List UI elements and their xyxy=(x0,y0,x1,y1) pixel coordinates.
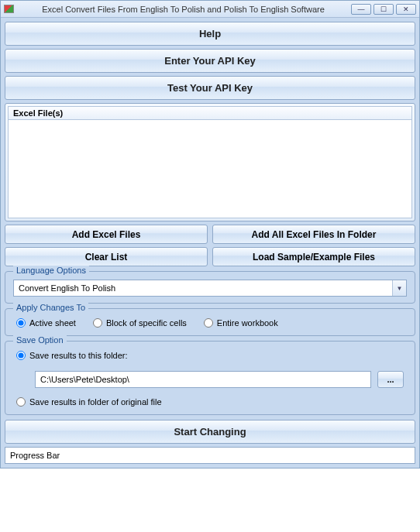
language-options-group: Language Options Convert English To Poli… xyxy=(5,271,415,304)
maximize-button[interactable]: ☐ xyxy=(374,4,394,15)
apply-changes-group: Apply Changes To Active sheet Block of s… xyxy=(5,308,415,336)
radio-entire-workbook-input[interactable] xyxy=(204,318,213,328)
radio-save-to-folder-input[interactable] xyxy=(16,351,26,360)
load-sample-button[interactable]: Load Sample/Example Files xyxy=(212,247,415,266)
save-option-group: Save Option Save results to this folder:… xyxy=(5,341,415,415)
radio-save-original-folder-input[interactable] xyxy=(16,397,26,407)
test-api-key-button[interactable]: Test Your API Key xyxy=(5,76,415,100)
radio-active-sheet[interactable]: Active sheet xyxy=(16,318,76,328)
radio-active-sheet-input[interactable] xyxy=(16,318,26,328)
minimize-button[interactable]: — xyxy=(351,4,371,15)
save-option-title: Save Option xyxy=(13,335,67,345)
browse-folder-button[interactable]: ... xyxy=(377,371,404,388)
progress-bar: Progress Bar xyxy=(5,447,415,464)
enter-api-key-button[interactable]: Enter Your API Key xyxy=(5,49,415,73)
radio-save-original-folder-label: Save results in folder of original file xyxy=(29,397,162,407)
add-all-in-folder-button[interactable]: Add All Excel Files In Folder xyxy=(212,225,415,244)
client-area: Help Enter Your API Key Test Your API Ke… xyxy=(1,18,419,468)
radio-active-sheet-label: Active sheet xyxy=(29,318,76,328)
file-list-panel: Excel File(s) xyxy=(5,103,415,221)
save-path-input[interactable]: C:\Users\Pete\Desktop\ xyxy=(35,371,371,388)
radio-block-cells-label: Block of specific cells xyxy=(106,318,187,328)
language-combo[interactable]: Convert English To Polish ▼ xyxy=(13,280,407,297)
radio-block-cells[interactable]: Block of specific cells xyxy=(93,318,187,328)
window-title: Excel Convert Files From English To Poli… xyxy=(18,5,349,14)
radio-block-cells-input[interactable] xyxy=(93,318,102,328)
main-window: Excel Convert Files From English To Poli… xyxy=(0,0,420,469)
radio-entire-workbook-label: Entire workbook xyxy=(217,318,278,328)
radio-save-original-folder[interactable]: Save results in folder of original file xyxy=(16,397,404,407)
help-button[interactable]: Help xyxy=(5,22,415,46)
language-options-title: Language Options xyxy=(13,266,89,275)
radio-save-to-folder[interactable]: Save results to this folder: xyxy=(16,351,404,360)
file-list[interactable] xyxy=(8,120,412,218)
radio-entire-workbook[interactable]: Entire workbook xyxy=(204,318,278,328)
chevron-down-icon: ▼ xyxy=(392,280,406,296)
start-changing-button[interactable]: Start Changing xyxy=(5,420,415,444)
app-icon xyxy=(4,5,14,13)
radio-save-to-folder-label: Save results to this folder: xyxy=(29,351,128,360)
apply-changes-title: Apply Changes To xyxy=(13,303,88,312)
file-list-header[interactable]: Excel File(s) xyxy=(8,106,412,120)
add-excel-files-button[interactable]: Add Excel Files xyxy=(5,225,208,244)
clear-list-button[interactable]: Clear List xyxy=(5,247,208,266)
language-combo-value: Convert English To Polish xyxy=(14,283,392,293)
titlebar: Excel Convert Files From English To Poli… xyxy=(1,1,419,18)
close-button[interactable]: ✕ xyxy=(396,4,416,15)
